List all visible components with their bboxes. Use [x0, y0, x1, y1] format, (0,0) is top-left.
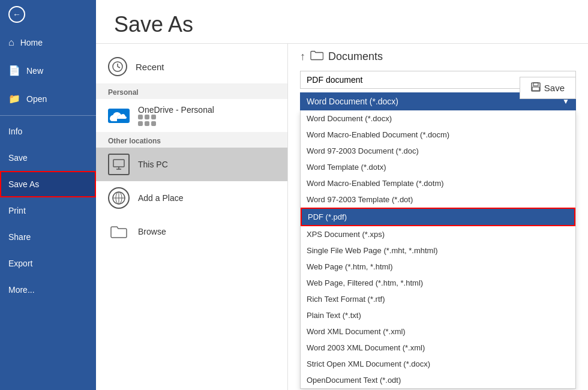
- format-option-dot[interactable]: Word 97-2003 Template (*.dot): [301, 191, 575, 208]
- svg-line-2: [118, 67, 120, 68]
- sidebar-item-save-as[interactable]: Save As: [0, 171, 96, 197]
- format-option-dotm[interactable]: Word Macro-Enabled Template (*.dotm): [301, 175, 575, 191]
- format-option-docm[interactable]: Word Macro-Enabled Document (*.docm): [301, 127, 575, 143]
- new-icon: 📄: [8, 65, 20, 76]
- other-locations-label: Other locations: [96, 132, 287, 148]
- add-place-item[interactable]: Add a Place: [96, 181, 287, 215]
- back-button[interactable]: ←: [0, 0, 96, 29]
- main-area: Save As Recent Personal: [96, 0, 588, 390]
- browse-label: Browse: [138, 227, 166, 236]
- format-option-strict-docx[interactable]: Strict Open XML Document (*.docx): [301, 356, 575, 372]
- save-disk-icon: [531, 82, 541, 94]
- back-arrow-icon: ←: [8, 6, 25, 23]
- sidebar-item-share[interactable]: Share: [0, 224, 96, 250]
- recent-item[interactable]: Recent: [96, 50, 287, 83]
- folder-header-icon: [310, 50, 323, 64]
- home-icon: ⌂: [8, 37, 14, 48]
- sidebar-item-export[interactable]: Export: [0, 250, 96, 277]
- sidebar-item-more-label: More...: [8, 285, 35, 295]
- browse-item[interactable]: Browse: [96, 215, 287, 248]
- format-option-htm-filtered[interactable]: Web Page, Filtered (*.htm, *.html): [301, 275, 575, 291]
- onedrive-icon: [108, 109, 130, 123]
- sidebar-item-home-label: Home: [20, 38, 43, 47]
- page-header: Save As: [96, 0, 588, 44]
- format-option-rtf[interactable]: Rich Text Format (*.rtf): [301, 291, 575, 307]
- this-pc-label: This PC: [138, 160, 168, 169]
- sidebar-item-open-label: Open: [26, 94, 47, 104]
- svg-rect-12: [532, 87, 539, 91]
- sidebar-item-more[interactable]: More...: [0, 277, 96, 303]
- sidebar-item-export-label: Export: [8, 259, 32, 268]
- selected-format-label: Word Document (*.docx): [307, 97, 398, 106]
- left-panel: Recent Personal OneDrive - Personal: [96, 44, 288, 390]
- up-arrow-icon[interactable]: ↑: [300, 50, 305, 63]
- add-place-label: Add a Place: [138, 193, 184, 203]
- globe-icon: [108, 187, 130, 209]
- save-button-label: Save: [544, 83, 565, 93]
- sidebar-item-print-label: Print: [8, 206, 26, 215]
- format-option-dotx[interactable]: Word Template (*.dotx): [301, 159, 575, 175]
- svg-rect-11: [533, 83, 538, 86]
- svg-rect-3: [113, 160, 124, 167]
- format-option-mht[interactable]: Single File Web Page (*.mht, *.mhtml): [301, 242, 575, 259]
- onedrive-item[interactable]: OneDrive - Personal: [96, 99, 287, 132]
- sidebar-item-info-label: Info: [8, 127, 22, 136]
- sidebar-item-share-label: Share: [8, 232, 31, 242]
- format-option-txt[interactable]: Plain Text (*.txt): [301, 307, 575, 323]
- sidebar-divider: [0, 115, 96, 116]
- this-pc-item[interactable]: This PC: [96, 148, 287, 181]
- format-option-xps[interactable]: XPS Document (*.xps): [301, 226, 575, 242]
- format-option-docx[interactable]: Word Document (*.docx): [301, 110, 575, 127]
- format-option-xml[interactable]: Word XML Document (*.xml): [301, 323, 575, 340]
- browse-folder-icon: [108, 221, 130, 242]
- sidebar: ← ⌂ Home 📄 New 📁 Open Info Save Save As …: [0, 0, 96, 390]
- onedrive-info: OneDrive - Personal: [138, 105, 214, 126]
- sidebar-item-save-as-label: Save As: [8, 179, 39, 189]
- sidebar-item-open[interactable]: 📁 Open: [0, 85, 96, 113]
- sidebar-item-save-label: Save: [8, 153, 28, 163]
- onedrive-label: OneDrive - Personal: [138, 105, 214, 115]
- format-dropdown-list: Word Document (*.docx)Word Macro-Enabled…: [300, 110, 576, 389]
- save-button[interactable]: Save: [520, 77, 576, 99]
- sidebar-item-print[interactable]: Print: [0, 197, 96, 224]
- sidebar-item-save[interactable]: Save: [0, 145, 96, 171]
- clock-icon: [108, 57, 127, 76]
- open-icon: 📁: [8, 93, 20, 104]
- folder-path-header: ↑ Documents: [300, 50, 576, 64]
- personal-section-label: Personal: [96, 83, 287, 99]
- format-option-xml2003[interactable]: Word 2003 XML Document (*.xml): [301, 340, 575, 356]
- folder-path-label: Documents: [328, 50, 383, 63]
- sidebar-item-new[interactable]: 📄 New: [0, 56, 96, 85]
- format-option-htm[interactable]: Web Page (*.htm, *.html): [301, 259, 575, 275]
- sidebar-item-info[interactable]: Info: [0, 118, 96, 145]
- pc-icon: [108, 154, 130, 175]
- page-title: Save As: [114, 12, 570, 37]
- format-option-odt[interactable]: OpenDocument Text (*.odt): [301, 372, 575, 388]
- format-option-doc[interactable]: Word 97-2003 Document (*.doc): [301, 143, 575, 159]
- sidebar-item-new-label: New: [26, 66, 43, 76]
- sidebar-item-home[interactable]: ⌂ Home: [0, 29, 96, 56]
- onedrive-account-dots: [138, 115, 162, 126]
- format-option-pdf[interactable]: PDF (*.pdf): [301, 208, 575, 226]
- recent-label: Recent: [136, 62, 164, 72]
- right-panel: ↑ Documents Word Document (*.docx) ▼ Wor…: [288, 44, 588, 390]
- content-area: Recent Personal OneDrive - Personal: [96, 44, 588, 390]
